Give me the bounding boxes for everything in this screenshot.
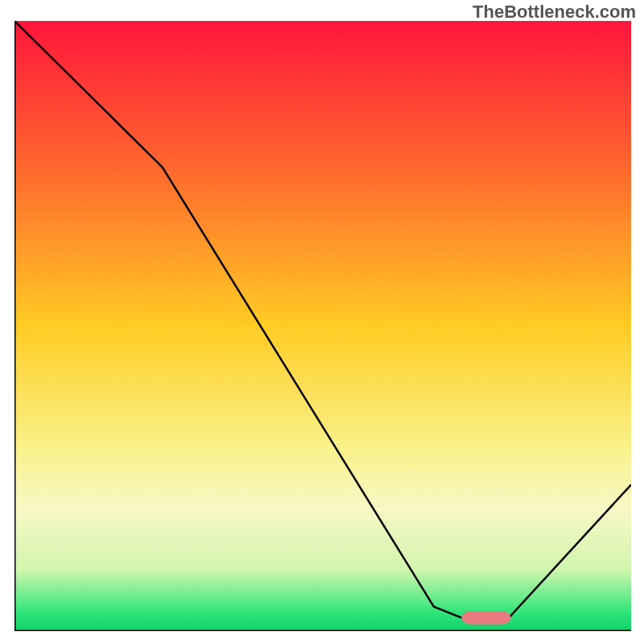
bottleneck-chart <box>14 21 631 631</box>
optimal-marker <box>461 611 510 625</box>
chart-marker <box>461 611 510 625</box>
watermark-text: TheBottleneck.com <box>473 2 636 23</box>
chart-plot-area <box>14 21 631 631</box>
